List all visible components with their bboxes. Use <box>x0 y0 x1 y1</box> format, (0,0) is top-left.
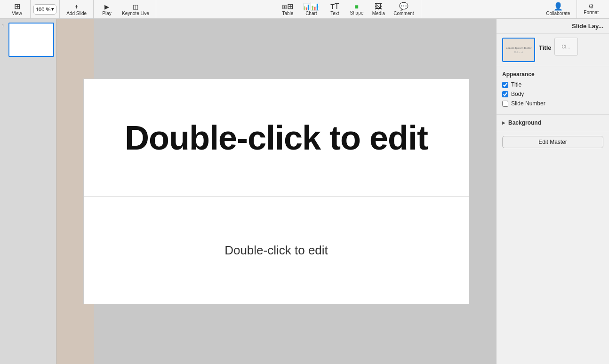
title-checkbox-row: Title <box>502 81 603 88</box>
comment-icon: 💬 <box>399 3 409 10</box>
text-label: Text <box>330 11 339 16</box>
layout-thumb-line2: Dolor sit <box>514 51 523 54</box>
play-group: Play Keynote Live <box>94 0 156 18</box>
title-checkbox[interactable] <box>502 82 508 88</box>
layout-thumb-line1: Lorem Ipsum Dolor <box>505 47 531 49</box>
collaborate-icon: 👤 <box>553 3 563 10</box>
slide-body-text: Double-click to edit <box>224 243 328 258</box>
table-icon: ⊞ <box>282 3 293 10</box>
collaborate-button[interactable]: 👤 Collaborate <box>542 1 574 17</box>
panel-header-label: Slide Lay... <box>572 23 603 30</box>
slide-title-box[interactable]: Double-click to edit <box>84 79 469 197</box>
collab-group: 👤 Collaborate <box>539 0 577 18</box>
slide-number-checkbox[interactable] <box>502 101 508 107</box>
view-icon <box>14 3 20 10</box>
slide-number-checkbox-label: Slide Number <box>511 100 545 107</box>
add-slide-group: Add Slide <box>60 0 94 18</box>
zoom-chevron: ▾ <box>51 6 54 12</box>
background-row[interactable]: ▶ Background <box>502 119 603 126</box>
media-icon: 🖼 <box>375 3 382 10</box>
triangle-icon: ▶ <box>502 120 505 125</box>
media-button[interactable]: 🖼 Media <box>368 1 389 17</box>
media-label: Media <box>372 11 385 16</box>
view-group: View <box>4 0 31 18</box>
layout-name: Title <box>539 42 552 51</box>
main-area: 1 Double-click to edit Double-click to e… <box>0 19 609 364</box>
insert-group: ⊞ Table 📊 Chart T Text ■ Shape 🖼 Media 💬… <box>274 0 421 18</box>
text-button[interactable]: T Text <box>324 1 345 17</box>
slide-number-checkbox-row: Slide Number <box>502 100 603 107</box>
shape-label: Shape <box>350 10 363 16</box>
slide-title-text: Double-click to edit <box>125 119 428 157</box>
keynote-live-button[interactable]: Keynote Live <box>118 1 153 17</box>
canvas-area: Double-click to edit Double-click to edi… <box>56 19 496 364</box>
body-checkbox[interactable] <box>502 91 508 97</box>
format-group: ⚙ Format <box>577 0 605 18</box>
layout-thumb-cl[interactable]: Cl... <box>554 38 578 55</box>
add-slide-label: Add Slide <box>66 11 87 16</box>
text-icon: T <box>330 3 339 10</box>
collaborate-label: Collaborate <box>546 11 570 16</box>
table-label: Table <box>282 11 293 16</box>
background-section: ▶ Background <box>497 115 609 131</box>
keynote-icon <box>133 3 138 10</box>
zoom-control[interactable]: 100 % ▾ <box>33 4 56 15</box>
zoom-group: 100 % ▾ <box>31 0 60 18</box>
chart-icon: 📊 <box>303 3 320 10</box>
body-checkbox-row: Body <box>502 91 603 97</box>
slide-1-wrapper: 1 <box>2 23 54 57</box>
play-icon <box>104 3 109 10</box>
appearance-section: Appearance Title Body Slide Number <box>497 66 609 115</box>
edit-master-button[interactable]: Edit Master <box>502 136 603 148</box>
appearance-label: Appearance <box>502 71 603 78</box>
format-panel: Slide Lay... Lorem Ipsum Dolor Dolor sit… <box>496 19 609 364</box>
add-slide-button[interactable]: Add Slide <box>63 1 90 17</box>
slide-canvas: Double-click to edit Double-click to edi… <box>83 79 469 304</box>
view-label: View <box>12 11 22 16</box>
slide-body-box[interactable]: Double-click to edit <box>84 197 469 304</box>
chart-button[interactable]: 📊 Chart <box>299 1 323 17</box>
add-icon <box>75 3 79 10</box>
layout-thumb-title[interactable]: Lorem Ipsum Dolor Dolor sit <box>502 38 535 62</box>
play-button[interactable]: Play <box>96 1 117 17</box>
slide-number-1: 1 <box>2 23 7 28</box>
slide-panel: 1 <box>0 19 56 364</box>
shape-button[interactable]: ■ Shape <box>346 1 367 17</box>
keynote-live-label: Keynote Live <box>122 11 149 16</box>
zoom-value: 100 % <box>36 7 50 12</box>
panel-header: Slide Lay... <box>497 19 609 34</box>
body-checkbox-label: Body <box>511 91 524 97</box>
view-button[interactable]: View <box>7 1 27 17</box>
background-label: Background <box>508 119 541 126</box>
toolbar: View 100 % ▾ Add Slide Play Keynote Live… <box>0 0 609 19</box>
table-button[interactable]: ⊞ Table <box>277 1 298 17</box>
title-checkbox-label: Title <box>511 81 521 88</box>
layout-row: Lorem Ipsum Dolor Dolor sit Title Cl... <box>497 34 609 66</box>
slide-thumbnail-1[interactable] <box>8 23 54 57</box>
shape-icon: ■ <box>355 3 359 10</box>
format-icon: ⚙ <box>588 3 594 9</box>
edit-master-label: Edit Master <box>538 139 567 145</box>
play-label: Play <box>102 11 111 16</box>
second-layout-label: Cl... <box>562 44 570 49</box>
format-label: Format <box>584 10 599 15</box>
comment-label: Comment <box>393 11 414 16</box>
chart-label: Chart <box>305 11 317 16</box>
format-button[interactable]: ⚙ Format <box>580 1 602 17</box>
comment-button[interactable]: 💬 Comment <box>390 1 417 17</box>
